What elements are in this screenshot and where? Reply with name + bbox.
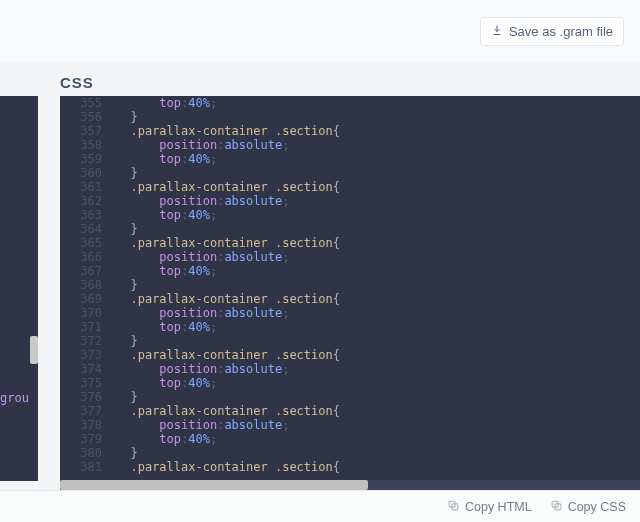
- h-scroll-track: [60, 480, 640, 490]
- code-line: .parallax-container .section{: [116, 236, 640, 250]
- code-line: position:absolute;: [116, 418, 640, 432]
- copy-icon: [550, 499, 563, 515]
- code-line: position:absolute;: [116, 138, 640, 152]
- code-line: top:40%;: [116, 208, 640, 222]
- line-number: 360: [60, 166, 102, 180]
- css-code-editor[interactable]: 3553563573583593603613623633643653663673…: [60, 96, 640, 490]
- code-line: }: [116, 222, 640, 236]
- line-number: 378: [60, 418, 102, 432]
- line-number: 379: [60, 432, 102, 446]
- code-line: }: [116, 390, 640, 404]
- code-line: .parallax-container .section{: [116, 180, 640, 194]
- line-number: 369: [60, 292, 102, 306]
- left-panel-scrollbar-thumb[interactable]: [30, 336, 38, 364]
- line-number: 380: [60, 446, 102, 460]
- line-number-gutter: 3553563573583593603613623633643653663673…: [60, 96, 110, 490]
- line-number: 381: [60, 460, 102, 474]
- line-number: 362: [60, 194, 102, 208]
- code-line: top:40%;: [116, 96, 640, 110]
- code-line: .parallax-container .section{: [116, 292, 640, 306]
- code-line: .parallax-container .section{: [116, 404, 640, 418]
- code-line: }: [116, 278, 640, 292]
- copy-css-label: Copy CSS: [568, 500, 626, 514]
- code-line: top:40%;: [116, 432, 640, 446]
- copy-icon: [447, 499, 460, 515]
- code-line: .parallax-container .section{: [116, 124, 640, 138]
- code-line: position:absolute;: [116, 194, 640, 208]
- code-lines[interactable]: top:40%; } .parallax-container .section{…: [110, 96, 640, 474]
- left-code-panel: grou: [0, 96, 38, 481]
- code-line: position:absolute;: [116, 362, 640, 376]
- download-icon: [491, 24, 503, 39]
- line-number: 365: [60, 236, 102, 250]
- code-line: }: [116, 334, 640, 348]
- code-line: .parallax-container .section{: [116, 460, 640, 474]
- line-number: 363: [60, 208, 102, 222]
- line-number: 371: [60, 320, 102, 334]
- section-title-css: CSS: [60, 74, 94, 91]
- save-gram-label: Save as .gram file: [509, 24, 613, 39]
- bottom-toolbar: Copy HTML Copy CSS: [0, 490, 640, 522]
- code-line: }: [116, 166, 640, 180]
- code-line: }: [116, 110, 640, 124]
- line-number: 376: [60, 390, 102, 404]
- line-number: 357: [60, 124, 102, 138]
- left-panel-partial-text: grou: [0, 391, 29, 405]
- line-number: 356: [60, 110, 102, 124]
- line-number: 373: [60, 348, 102, 362]
- copy-html-button[interactable]: Copy HTML: [447, 499, 532, 515]
- code-line: position:absolute;: [116, 250, 640, 264]
- line-number: 367: [60, 264, 102, 278]
- line-number: 364: [60, 222, 102, 236]
- copy-html-label: Copy HTML: [465, 500, 532, 514]
- line-number: 361: [60, 180, 102, 194]
- line-number: 370: [60, 306, 102, 320]
- line-number: 359: [60, 152, 102, 166]
- line-number: 377: [60, 404, 102, 418]
- code-line: top:40%;: [116, 320, 640, 334]
- line-number: 368: [60, 278, 102, 292]
- line-number: 355: [60, 96, 102, 110]
- line-number: 372: [60, 334, 102, 348]
- copy-css-button[interactable]: Copy CSS: [550, 499, 626, 515]
- code-line: top:40%;: [116, 264, 640, 278]
- code-line: .parallax-container .section{: [116, 348, 640, 362]
- code-line: top:40%;: [116, 152, 640, 166]
- line-number: 358: [60, 138, 102, 152]
- code-line: }: [116, 446, 640, 460]
- line-number: 374: [60, 362, 102, 376]
- code-line: top:40%;: [116, 376, 640, 390]
- h-scroll-thumb[interactable]: [60, 480, 368, 490]
- line-number: 375: [60, 376, 102, 390]
- top-toolbar: Save as .gram file: [0, 0, 640, 62]
- code-line: position:absolute;: [116, 306, 640, 320]
- save-gram-button[interactable]: Save as .gram file: [480, 17, 624, 46]
- line-number: 366: [60, 250, 102, 264]
